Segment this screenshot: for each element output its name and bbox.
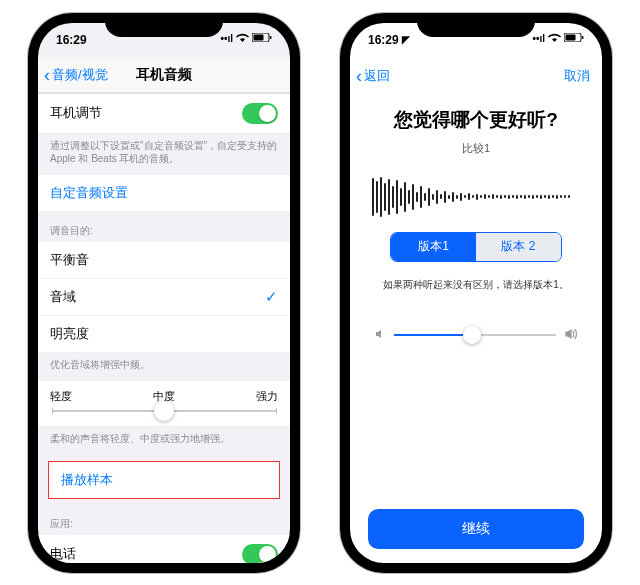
row-label: 音域: [50, 288, 76, 306]
back-button[interactable]: ‹ 返回: [356, 67, 390, 85]
volume-row: [350, 298, 602, 353]
row-custom-audio[interactable]: 自定音频设置: [38, 175, 290, 212]
note-slider: 柔和的声音将轻度、中度或强力地增强。: [38, 427, 290, 455]
cellular-icon: ••ıl: [220, 33, 233, 44]
phone-left: 16:29 ••ıl ‹ 音频/视觉 耳机音频 耳机调节: [28, 13, 300, 573]
location-icon: ◤: [402, 34, 410, 45]
cellular-icon: ••ıl: [532, 33, 545, 44]
svg-rect-2: [270, 36, 272, 39]
svg-rect-1: [254, 34, 264, 40]
speaker-low-icon: [374, 328, 386, 343]
row-label: 耳机调节: [50, 104, 102, 122]
row-tune-range[interactable]: 音域 ✓: [38, 279, 290, 316]
highlight-play-sample: 播放样本: [48, 461, 280, 499]
nav-bar: ‹ 返回 取消: [350, 59, 602, 93]
wifi-icon: [548, 33, 561, 44]
screen-left: 16:29 ••ıl ‹ 音频/视觉 耳机音频 耳机调节: [38, 23, 290, 563]
row-headphone-adjust[interactable]: 耳机调节: [38, 93, 290, 134]
intensity-slider-row: 轻度 中度 强力: [38, 381, 290, 427]
slider-thumb[interactable]: [154, 401, 174, 421]
toggle-apply-phone[interactable]: [242, 544, 278, 563]
segment-version-1[interactable]: 版本1: [391, 233, 476, 261]
battery-icon: [252, 33, 272, 44]
row-label: 电话: [50, 545, 76, 563]
back-label: 音频/视觉: [52, 66, 108, 84]
notch: [417, 13, 535, 37]
row-label: 平衡音: [50, 251, 89, 269]
back-button[interactable]: ‹ 音频/视觉: [44, 66, 108, 84]
row-tune-balance[interactable]: 平衡音: [38, 242, 290, 279]
row-tune-bright[interactable]: 明亮度: [38, 316, 290, 353]
settings-list: 耳机调节 通过调整以下设置或"自定音频设置"，自定受支持的 Apple 和 Be…: [38, 93, 290, 563]
cancel-button[interactable]: 取消: [564, 67, 596, 85]
continue-button[interactable]: 继续: [368, 509, 584, 549]
slider-label-strong: 强力: [256, 389, 278, 404]
chevron-left-icon: ‹: [356, 67, 362, 85]
back-label: 返回: [364, 67, 390, 85]
row-label: 播放样本: [61, 471, 113, 489]
wifi-icon: [236, 33, 249, 44]
screen-right: 16:29 ◤ ••ıl ‹ 返回 取消 您觉得哪个更好听? 比较1: [350, 23, 602, 563]
segment-version-2[interactable]: 版本 2: [476, 233, 561, 261]
hero-title: 您觉得哪个更好听?: [366, 107, 586, 133]
header-apply: 应用:: [38, 505, 290, 535]
row-label: 明亮度: [50, 325, 89, 343]
page-title: 耳机音频: [136, 66, 192, 84]
nav-bar: ‹ 音频/视觉 耳机音频: [38, 59, 290, 93]
toggle-headphone-adjust[interactable]: [242, 103, 278, 124]
slider-label-light: 轻度: [50, 389, 72, 404]
hint-text: 如果两种听起来没有区别，请选择版本1。: [350, 272, 602, 298]
row-play-sample[interactable]: 播放样本: [49, 462, 279, 498]
battery-icon: [564, 33, 584, 44]
svg-rect-4: [566, 34, 576, 40]
slider-thumb[interactable]: [463, 326, 481, 344]
hero: 您觉得哪个更好听? 比较1: [350, 93, 602, 162]
phone-right: 16:29 ◤ ••ıl ‹ 返回 取消 您觉得哪个更好听? 比较1: [340, 13, 612, 573]
header-tune: 调音目的:: [38, 212, 290, 242]
svg-rect-5: [582, 36, 584, 39]
note-adjust: 通过调整以下设置或"自定音频设置"，自定受支持的 Apple 和 Beats 耳…: [38, 134, 290, 175]
speaker-high-icon: [564, 328, 578, 343]
row-apply-phone[interactable]: 电话: [38, 535, 290, 563]
volume-slider[interactable]: [394, 334, 556, 336]
waveform: [350, 162, 602, 222]
hero-subtitle: 比较1: [366, 141, 586, 156]
row-label: 自定音频设置: [50, 184, 128, 202]
intensity-slider[interactable]: [52, 410, 276, 412]
note-tune: 优化音域将增强中频。: [38, 353, 290, 381]
status-time: 16:29: [368, 33, 399, 47]
checkmark-icon: ✓: [265, 288, 278, 306]
status-time: 16:29: [56, 33, 87, 47]
notch: [105, 13, 223, 37]
chevron-left-icon: ‹: [44, 66, 50, 84]
version-segmented: 版本1 版本 2: [390, 232, 562, 262]
